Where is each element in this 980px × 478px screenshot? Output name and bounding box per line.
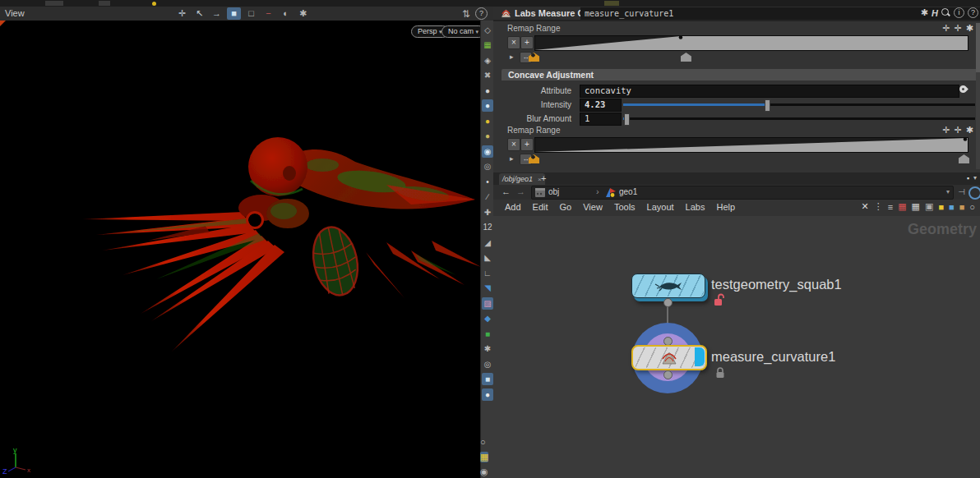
ramp-add-point-button[interactable]: +: [520, 138, 534, 151]
breadcrumb[interactable]: obj › geo1 ▾: [531, 186, 954, 200]
view-tool-icon[interactable]: ✛: [175, 7, 189, 20]
attribute-field[interactable]: concavity: [580, 85, 959, 98]
ramp-point-marker[interactable]: [959, 154, 969, 163]
new-tab-button[interactable]: +: [541, 173, 546, 183]
help-icon[interactable]: ?: [475, 7, 488, 20]
ramp-move-point-icon[interactable]: ✛: [955, 125, 962, 136]
move-tool-icon[interactable]: →: [210, 7, 224, 20]
point-numbers-icon[interactable]: 12: [482, 221, 493, 233]
sticky-note-icon[interactable]: ■: [938, 202, 944, 212]
tree-view-icon[interactable]: ⋮: [874, 201, 883, 212]
node-output-dot[interactable]: [663, 298, 673, 307]
node-display-flag[interactable]: [695, 347, 705, 366]
blur-amount-slider[interactable]: [623, 117, 975, 120]
menu-labs[interactable]: Labs: [686, 202, 705, 212]
list-view-icon[interactable]: ≡: [888, 202, 893, 212]
info-icon[interactable]: ○: [480, 437, 486, 447]
ramp-delete-point-button[interactable]: ×: [507, 36, 520, 49]
help-icon[interactable]: ?: [968, 7, 978, 18]
visibility-eye-icon[interactable]: ◉: [480, 467, 488, 477]
point-display-icon[interactable]: •: [482, 176, 493, 188]
tools-icon[interactable]: ✕: [862, 201, 869, 212]
point-trail-icon[interactable]: ◆: [482, 312, 493, 324]
intensity-slider[interactable]: [623, 103, 975, 106]
background-image-icon[interactable]: ■: [949, 202, 955, 212]
snap-grid-icon[interactable]: ▦: [482, 39, 493, 51]
visualizer-pin-icon[interactable]: ●: [482, 388, 493, 401]
menu-layout[interactable]: Layout: [647, 202, 674, 212]
viewport-settings-icon[interactable]: ✱: [296, 7, 310, 20]
light-off-icon[interactable]: ✖: [482, 69, 493, 81]
profile-curve-icon[interactable]: ∟: [482, 267, 493, 279]
node-measure-curvature1[interactable]: [631, 345, 707, 370]
ramp-gear-icon[interactable]: ✱: [966, 125, 973, 136]
intensity-field[interactable]: 4.23: [580, 99, 622, 112]
color-palette-icon[interactable]: ▦: [898, 201, 906, 212]
menu-edit[interactable]: Edit: [533, 202, 548, 212]
group-box-icon[interactable]: ■: [482, 328, 493, 340]
search-icon[interactable]: ○: [969, 202, 975, 212]
menu-add[interactable]: Add: [505, 202, 521, 212]
node1-label[interactable]: testgeometry_squab1: [711, 277, 842, 292]
grid-layout-icon[interactable]: ▦: [480, 452, 488, 462]
ramp-point-marker[interactable]: [681, 53, 691, 62]
ramp-expand-icon[interactable]: ▸: [510, 154, 514, 163]
mute-icon[interactable]: −: [261, 7, 275, 20]
node2-label[interactable]: measure_curvature1: [711, 349, 835, 365]
axis-icon[interactable]: ✱: [482, 342, 493, 355]
gear-menu-icon[interactable]: ✱: [921, 7, 928, 18]
render-view-icon[interactable]: ◐: [279, 7, 293, 20]
path-dropdown-caret-icon[interactable]: ▾: [946, 188, 950, 195]
lock-icon[interactable]: ◈: [482, 54, 493, 67]
disable-icon[interactable]: ◎: [482, 358, 493, 370]
smooth-shading-icon[interactable]: ◉: [482, 145, 493, 158]
scene-viewport[interactable]: Persp ▾ No cam ▾: [0, 21, 480, 478]
ramp-widget[interactable]: [534, 35, 968, 51]
ramp-widget[interactable]: [534, 137, 968, 153]
ghost-objects-icon[interactable]: ◎: [482, 160, 493, 172]
concave-adjustment-section[interactable]: Concave Adjustment: [502, 69, 980, 80]
menu-view[interactable]: View: [583, 202, 603, 212]
menu-help[interactable]: Help: [716, 202, 735, 212]
eyedropper-icon[interactable]: ✚: [482, 206, 493, 218]
info-icon[interactable]: i: [954, 7, 964, 18]
background-image-icon[interactable]: ■: [482, 373, 493, 385]
blur-amount-field[interactable]: 1: [580, 113, 622, 126]
breadcrumb-geo1[interactable]: geo1: [619, 187, 637, 196]
select-tool-icon[interactable]: ↖: [192, 7, 206, 20]
parameter-scrollbar[interactable]: [976, 23, 980, 169]
network-editor-canvas[interactable]: Geometry testgeometry_squab1 measure_cur…: [493, 216, 980, 478]
node-shape-icon[interactable]: ▣: [925, 201, 933, 212]
box-select-icon[interactable]: □: [244, 7, 258, 20]
normals-icon[interactable]: ◢: [482, 237, 493, 249]
menu-go[interactable]: Go: [560, 202, 572, 212]
forward-arrow-icon[interactable]: →: [516, 186, 525, 196]
material-sphere-icon[interactable]: ●: [482, 85, 493, 97]
breadcrumb-obj[interactable]: obj: [548, 187, 559, 196]
search-icon[interactable]: [941, 8, 950, 17]
display-sort-icon[interactable]: ⇅: [462, 8, 470, 20]
ramp-gear-icon[interactable]: ✱: [966, 23, 973, 34]
pane-menu-caret-icon[interactable]: ▾: [973, 174, 977, 182]
uv-overlay-icon[interactable]: ▨: [482, 297, 493, 310]
headlight-icon[interactable]: ●: [482, 99, 493, 112]
intensity-slider-handle[interactable]: [765, 99, 770, 112]
pane-maximize-icon[interactable]: ▪: [967, 174, 969, 182]
node-output-dot[interactable]: [663, 370, 673, 379]
follow-focus-icon[interactable]: [968, 186, 980, 200]
ramp-expand-icon[interactable]: ▸: [510, 53, 514, 61]
show-handles-icon[interactable]: ◇: [482, 24, 493, 36]
ramp-move-point-icon[interactable]: ✛: [955, 23, 962, 34]
ramp-add-point-button[interactable]: +: [520, 36, 534, 49]
normal-lights-icon[interactable]: ●: [482, 115, 493, 127]
prim-hull-icon[interactable]: ◥: [482, 282, 493, 294]
select-objects-icon[interactable]: ■: [227, 7, 241, 20]
high-quality-light-icon[interactable]: ●: [482, 130, 493, 142]
vertex-icon[interactable]: ◣: [482, 251, 493, 264]
gallery-icon[interactable]: ■: [959, 202, 965, 212]
grid-snap-icon[interactable]: ▦: [912, 201, 920, 212]
pin-path-icon[interactable]: ⊣: [958, 187, 965, 196]
brush-icon[interactable]: ∕: [482, 191, 493, 203]
ramp-add-point-icon[interactable]: ✛: [942, 23, 950, 34]
hscript-icon[interactable]: H: [931, 8, 938, 18]
